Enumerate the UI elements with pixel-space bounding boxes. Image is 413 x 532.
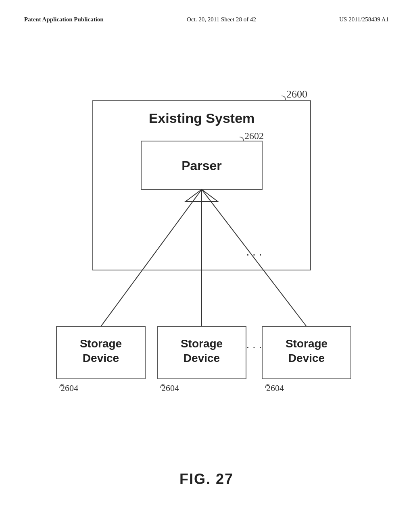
line-to-left-storage [101, 189, 202, 326]
left-storage-label-line1: Storage [80, 337, 122, 350]
page-header: Patent Application Publication Oct. 20, … [24, 16, 389, 23]
publication-label: Patent Application Publication [24, 16, 104, 23]
ellipsis-top: · · · [246, 248, 262, 260]
left-storage-label-line2: Device [83, 352, 119, 364]
patent-number-label: US 2011/258439 A1 [339, 16, 389, 23]
outer-box-bracket [282, 96, 286, 100]
figure-caption: FIG. 27 [0, 471, 413, 488]
center-storage-label-line1: Storage [181, 337, 223, 350]
right-storage-label-line1: Storage [286, 337, 327, 350]
diagram-svg: 2600 Existing System 2602 Parser · · · ·… [24, 64, 389, 451]
diagram-area: 2600 Existing System 2602 Parser · · · ·… [24, 64, 389, 451]
right-storage-label-line2: Device [288, 352, 325, 364]
parser-bracket [240, 137, 244, 141]
parser-box-id: 2602 [244, 131, 264, 141]
outer-box-id: 2600 [286, 88, 307, 100]
ellipsis-bottom: · · · [246, 341, 262, 353]
date-sheet-label: Oct. 20, 2011 Sheet 28 of 42 [187, 16, 256, 23]
parser-label: Parser [181, 158, 222, 173]
center-storage-label-line2: Device [184, 352, 220, 364]
existing-system-label: Existing System [149, 110, 255, 126]
